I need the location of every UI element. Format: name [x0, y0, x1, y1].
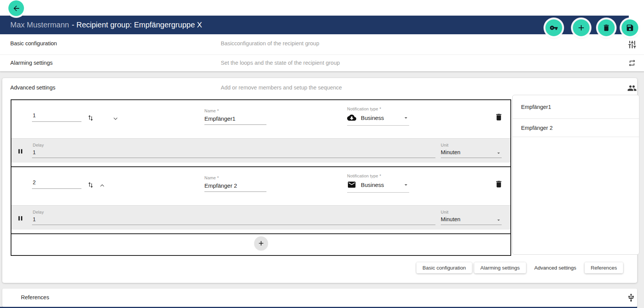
title-bar: Max Mustermann - Recipient group: Empfän… — [0, 16, 629, 34]
delay-row-2: Delay 1 Unit Minuten — [11, 205, 510, 230]
tab-basic-configuration[interactable]: Basic configuration — [416, 262, 472, 273]
advanced-settings-description: Add or remove members and setup the sequ… — [221, 85, 342, 91]
dropdown-arrow-icon — [403, 115, 409, 121]
alarming-settings-description: Set the loops and the state of the recip… — [221, 60, 340, 66]
cloud-download-icon — [347, 113, 356, 122]
basic-configuration-description: Basicconfiguration of the recipient grou… — [221, 40, 319, 46]
tab-references[interactable]: References — [585, 262, 623, 273]
swap-vert-icon[interactable] — [86, 114, 95, 122]
delay-value[interactable]: 1 — [33, 216, 435, 222]
page-title: - Recipient group: Empfängergruppe X — [72, 21, 202, 29]
order-input-1[interactable]: 1 — [32, 112, 81, 122]
unit-select[interactable]: Minuten — [441, 215, 502, 223]
delay-input-2[interactable]: Delay 1 — [32, 210, 435, 225]
advanced-settings-card: Advanced settings Add or remove members … — [2, 78, 637, 283]
unit-label: Unit — [441, 143, 502, 147]
notification-type-field-1: Notification type * Business — [347, 107, 409, 126]
delay-label: Delay — [33, 210, 435, 214]
order-input-2[interactable]: 2 — [32, 179, 81, 189]
member-list-item[interactable]: Empfänger1 — [513, 95, 639, 119]
save-button[interactable] — [622, 19, 638, 36]
name-field-2[interactable]: Name * Empfänger 2 — [204, 176, 266, 192]
member-row-2: 2 Name * Empfänger 2 Notification type * — [11, 167, 510, 205]
unit-select[interactable]: Minuten — [441, 148, 502, 156]
member-separator — [11, 230, 510, 234]
name-input[interactable]: Empfänger 2 — [204, 182, 266, 189]
dropdown-arrow-icon — [496, 150, 502, 156]
back-arrow-icon — [12, 4, 21, 13]
recipient-group-page: Max Mustermann - Recipient group: Empfän… — [0, 0, 644, 308]
dropdown-arrow-icon — [403, 182, 409, 188]
notification-type-select[interactable]: Business — [347, 180, 409, 189]
references-section-card[interactable]: References — [2, 289, 637, 307]
trash-icon — [494, 113, 503, 121]
usb-icon — [626, 293, 636, 302]
notification-type-field-2: Notification type * Business — [347, 174, 409, 193]
back-button[interactable] — [8, 0, 24, 16]
delete-member-button[interactable] — [494, 180, 504, 190]
sequence-editor: 1 Name * Empfänger1 Notification type * — [11, 99, 511, 256]
repeat-loop-icon — [628, 59, 636, 67]
permissions-button[interactable] — [545, 19, 562, 36]
unit-value: Minuten — [441, 216, 461, 222]
unit-value: Minuten — [441, 149, 461, 155]
name-input[interactable]: Empfänger1 — [204, 115, 266, 122]
email-icon — [347, 180, 356, 189]
group-people-icon — [627, 83, 637, 93]
trash-icon — [602, 24, 611, 32]
header-user-name: Max Mustermann — [10, 21, 69, 29]
member-list-item-label: Empfänger 2 — [521, 125, 553, 131]
name-label: Name * — [204, 109, 266, 113]
dropdown-arrow-icon — [496, 217, 502, 223]
member-list-item-label: Empfänger1 — [521, 104, 551, 110]
unit-label: Unit — [441, 210, 502, 214]
order-value: 1 — [33, 112, 36, 118]
tune-sliders-icon — [627, 40, 637, 49]
section-nav-tabs: Basic configuration Alarming settings Ad… — [416, 262, 623, 273]
unit-field-2: Unit Minuten — [441, 210, 502, 225]
section-row-basic-configuration[interactable]: Basic configuration Basicconfiguration o… — [0, 34, 644, 55]
plus-icon — [257, 239, 265, 247]
notification-type-label: Notification type * — [347, 174, 409, 178]
delete-member-button[interactable] — [494, 113, 504, 123]
delay-value[interactable]: 1 — [33, 149, 435, 155]
section-row-advanced-settings[interactable]: Advanced settings Add or remove members … — [2, 78, 637, 97]
add-member-button[interactable] — [254, 236, 268, 250]
delay-row-1: Delay 1 Unit Minuten — [11, 138, 510, 163]
advanced-settings-label: Advanced settings — [10, 85, 56, 91]
member-list-item[interactable]: Empfänger 2 — [513, 119, 639, 137]
members-list-panel: Empfänger1 Empfänger 2 — [512, 95, 639, 255]
tab-alarming-settings[interactable]: Alarming settings — [474, 262, 526, 273]
delay-label: Delay — [33, 143, 435, 147]
notification-type-label: Notification type * — [347, 107, 409, 111]
unit-field-1: Unit Minuten — [441, 143, 502, 158]
add-member-row — [11, 234, 510, 252]
add-button[interactable] — [573, 19, 590, 36]
notification-type-value: Business — [361, 182, 384, 188]
pause-icon — [17, 215, 24, 222]
chevron-up-icon[interactable] — [99, 182, 105, 189]
pause-icon — [17, 148, 24, 155]
references-label: References — [21, 294, 49, 300]
name-label: Name * — [204, 176, 266, 180]
delay-input-1[interactable]: Delay 1 — [32, 143, 435, 158]
delete-group-button[interactable] — [598, 19, 615, 36]
trash-icon — [494, 180, 503, 188]
alarming-settings-label: Alarming settings — [10, 60, 53, 66]
notification-type-select[interactable]: Business — [347, 113, 409, 122]
save-icon — [626, 24, 634, 32]
tab-advanced-settings[interactable]: Advanced settings — [528, 262, 582, 273]
swap-vert-icon[interactable] — [86, 181, 95, 189]
notification-type-value: Business — [361, 115, 384, 121]
member-separator — [11, 163, 510, 167]
name-field-1[interactable]: Name * Empfänger1 — [204, 109, 266, 125]
plus-icon — [577, 23, 586, 32]
section-row-alarming-settings[interactable]: Alarming settings Set the loops and the … — [0, 55, 644, 72]
key-icon — [550, 24, 558, 32]
top-section-card: Max Mustermann - Recipient group: Empfän… — [0, 0, 644, 72]
order-value: 2 — [33, 179, 36, 185]
basic-configuration-label: Basic configuration — [10, 40, 57, 46]
member-row-1: 1 Name * Empfänger1 Notification type * — [11, 100, 510, 138]
chevron-down-icon[interactable] — [112, 115, 119, 122]
